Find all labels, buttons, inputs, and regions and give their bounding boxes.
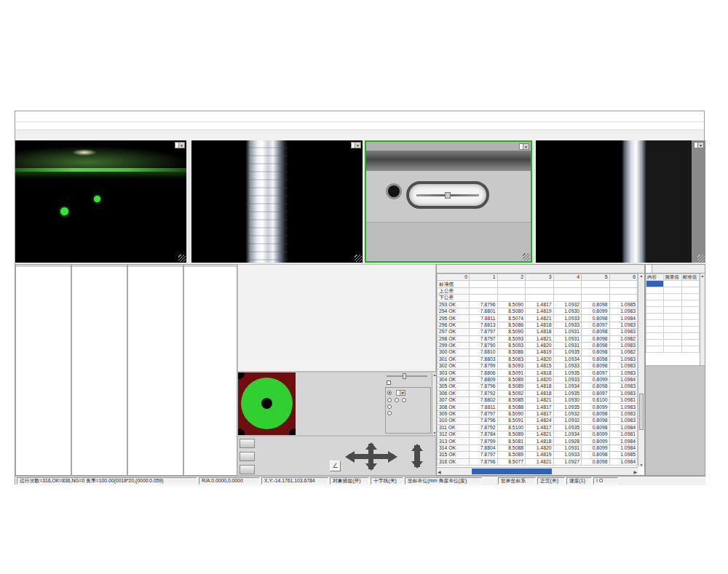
- master-slider-thumb[interactable]: [403, 373, 406, 379]
- table-row-313[interactable]: 313 OK7.87998.50811.48181.09280.80991.09…: [438, 438, 638, 445]
- camera-view-3-selected[interactable]: ▼: [365, 140, 532, 263]
- status-io[interactable]: I O: [593, 477, 618, 485]
- table-row-311[interactable]: 311 OK7.87928.51001.48171.09350.80981.09…: [438, 424, 638, 431]
- resize-grip-icon[interactable]: [178, 255, 186, 262]
- highlight-spot: [72, 149, 97, 156]
- feature-list-4: [183, 264, 237, 476]
- jog-xy-vertical-icon[interactable]: [368, 444, 373, 469]
- special-row[interactable]: 上公差: [438, 287, 638, 294]
- jog-pad: [339, 441, 430, 474]
- light-options: ▼ ▲▼: [384, 372, 432, 435]
- camera-view-4[interactable]: ▼: [536, 140, 705, 263]
- scale-combo[interactable]: ▼: [351, 142, 361, 148]
- table-row-301[interactable]: 301 OK7.88038.50831.48201.09340.80981.09…: [438, 356, 638, 362]
- jog-z-icon[interactable]: [414, 445, 420, 467]
- results-vscrollbar[interactable]: ▲ ▼: [638, 274, 644, 467]
- y-axis-icon: [240, 452, 255, 461]
- table-row-315[interactable]: 315 OK7.87978.50891.48191.09330.80981.09…: [438, 452, 638, 458]
- ring-light-preview[interactable]: [238, 372, 296, 435]
- results-panel: 0123456标准值上公差下公差293 OK7.87968.50901.4817…: [436, 264, 645, 476]
- special-row[interactable]: 下公差: [438, 295, 638, 301]
- element-scrollbar[interactable]: ▲: [700, 274, 705, 365]
- element-row[interactable]: [646, 340, 700, 346]
- status-object-snap[interactable]: 对象捕捉(开): [330, 477, 369, 485]
- camera-view-1[interactable]: ▼: [15, 140, 186, 263]
- scale-combo[interactable]: ▼: [519, 143, 529, 150]
- master-slider[interactable]: [387, 375, 427, 377]
- table-row-295[interactable]: 295 OK7.88118.50741.48211.09330.80981.09…: [438, 315, 638, 322]
- table-row-304[interactable]: 304 OK7.88098.50891.48201.09330.80991.09…: [438, 376, 638, 383]
- status-wcs[interactable]: 世界坐标系: [498, 477, 536, 485]
- edge-contour-radio[interactable]: [387, 411, 392, 415]
- slot-feature: [406, 181, 489, 209]
- scroll-up-icon[interactable]: ▲: [638, 274, 644, 278]
- special-row[interactable]: 标准值: [438, 281, 638, 287]
- tab-element[interactable]: [646, 265, 652, 273]
- element-row[interactable]: [646, 346, 700, 353]
- status-ra-readout: R/A:0.0000,0.0000: [199, 477, 260, 485]
- status-speed[interactable]: 速度(1): [566, 477, 592, 485]
- chevron-down-icon[interactable]: ▼: [523, 144, 529, 149]
- status-ortho[interactable]: 正交(关): [537, 477, 565, 485]
- chevron-down-icon[interactable]: ▼: [178, 143, 184, 148]
- resize-grip-icon[interactable]: [523, 253, 530, 260]
- element-row[interactable]: [646, 294, 700, 300]
- results-hscrollbar[interactable]: ◀ ▶: [437, 467, 638, 475]
- laser-dot-2: [94, 196, 100, 202]
- scroll-right-icon[interactable]: ▶: [633, 469, 637, 474]
- table-row-299[interactable]: 299 OK7.87908.50931.48201.09310.80981.09…: [438, 342, 638, 348]
- level-strong-radio[interactable]: [402, 398, 406, 402]
- table-row-310[interactable]: 310 OK7.87968.50911.48241.09320.80981.09…: [438, 418, 638, 424]
- workspace: ▼ ▲▼: [15, 264, 705, 476]
- element-row[interactable]: [646, 281, 700, 287]
- table-row-314[interactable]: 314 OK7.88048.50881.48201.09310.80991.09…: [438, 445, 638, 451]
- results-tabs: [437, 265, 644, 274]
- element-row[interactable]: [646, 287, 700, 294]
- table-row-308[interactable]: 308 OK7.88118.50881.48171.09350.80991.09…: [438, 404, 638, 410]
- status-crosshair[interactable]: 十字线(关): [371, 477, 403, 485]
- table-row-297[interactable]: 297 OK7.87978.50901.48181.09310.80981.09…: [438, 329, 638, 335]
- table-row-302[interactable]: 302 OK7.87998.50931.48151.09330.80981.09…: [438, 363, 638, 370]
- feature-list-2: [71, 264, 127, 476]
- chevron-down-icon[interactable]: ▼: [400, 391, 405, 395]
- chevron-down-icon[interactable]: ▼: [355, 143, 360, 148]
- element-row[interactable]: [646, 300, 700, 307]
- chevron-down-icon[interactable]: ▼: [697, 143, 703, 148]
- noise-level-select[interactable]: ▼: [396, 390, 405, 396]
- threshold-radio[interactable]: [387, 404, 392, 409]
- measure-toolbox: [237, 264, 436, 372]
- scroll-left-icon[interactable]: ◀: [438, 469, 441, 474]
- level-mid-radio[interactable]: [395, 398, 399, 402]
- table-row-303[interactable]: 303 OK7.88068.50911.48181.09350.80971.09…: [438, 370, 638, 376]
- camera-view-2[interactable]: ▼: [191, 140, 363, 263]
- level-weak-radio[interactable]: [387, 398, 392, 402]
- table-row-309[interactable]: 309 OK7.87978.50901.48171.09320.80981.09…: [438, 410, 638, 417]
- default-mode-checkbox[interactable]: [387, 380, 391, 385]
- element-col-内容: 内容: [646, 274, 664, 281]
- element-row[interactable]: [646, 314, 700, 320]
- resize-grip-icon[interactable]: [355, 255, 362, 262]
- table-row-305[interactable]: 305 OK7.87968.50891.48181.09340.80981.09…: [438, 383, 638, 390]
- table-row-316[interactable]: 316 OK7.87968.50771.48211.09270.80981.09…: [438, 458, 638, 465]
- scale-combo[interactable]: ▼: [175, 142, 185, 148]
- table-row-300[interactable]: 300 OK7.88108.50861.48191.09350.80981.09…: [438, 349, 638, 356]
- element-row[interactable]: [646, 320, 700, 327]
- table-row-312[interactable]: 312 OK7.87848.50891.48211.09340.80991.09…: [438, 431, 638, 437]
- element-row[interactable]: [646, 307, 700, 314]
- resize-grip-icon[interactable]: [697, 255, 705, 262]
- table-row-293[interactable]: 293 OK7.87968.50901.48171.09320.80981.09…: [438, 301, 638, 308]
- scroll-down-icon[interactable]: ▼: [638, 463, 644, 467]
- table-row-306[interactable]: 306 OK7.87928.50921.48181.09350.80971.09…: [438, 390, 638, 396]
- angle-jog-button[interactable]: ∠: [330, 461, 341, 471]
- table-row-298[interactable]: 298 OK7.87978.50931.48211.09310.80981.09…: [438, 335, 638, 342]
- table-row-307[interactable]: 307 OK7.88028.50851.48211.09300.81001.09…: [438, 397, 638, 404]
- hscroll-thumb[interactable]: [472, 469, 552, 474]
- table-row-294[interactable]: 294 OK7.88018.50801.48191.09300.80991.09…: [438, 308, 638, 314]
- noise-radio[interactable]: [387, 391, 392, 395]
- table-row-296[interactable]: 296 OK7.88138.50861.48181.09330.80971.09…: [438, 322, 638, 328]
- element-row[interactable]: [646, 327, 700, 333]
- element-row[interactable]: [646, 333, 700, 340]
- status-units[interactable]: 坐标单位(mm 角度单位(度): [405, 477, 482, 485]
- scale-combo[interactable]: ▼: [694, 142, 704, 148]
- hole-feature: [388, 186, 400, 197]
